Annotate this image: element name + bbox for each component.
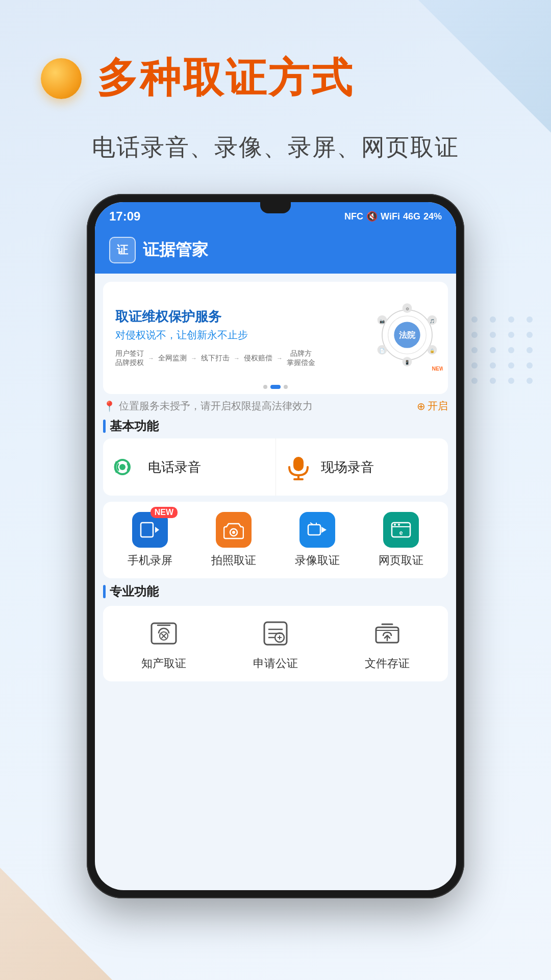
ip-evidence-button[interactable]: 知产取证	[141, 616, 186, 671]
svg-text:📷: 📷	[380, 318, 385, 324]
svg-text:🎵: 🎵	[430, 318, 435, 324]
mute-icon: 🔇	[366, 211, 378, 222]
grid-functions-container: NEW 手机录屏	[103, 502, 448, 578]
mic-recording-icon	[284, 453, 313, 481]
screen-record-button[interactable]: NEW 手机录屏	[128, 512, 172, 568]
banner-title-main: 取证维权保护服务	[115, 308, 354, 326]
file-storage-label: 文件存证	[365, 656, 410, 671]
status-icons: NFC 🔇 WiFi 46G 24%	[344, 211, 442, 222]
arrow-icon-2: →	[191, 355, 197, 362]
banner-illustration: 法院 📷 🎵 📄 🔒 ⚙ 📱 NEW	[371, 302, 443, 374]
svg-text:⚙: ⚙	[406, 307, 409, 311]
open-location-button[interactable]: ⊕ 开启	[417, 399, 448, 413]
banner-step-5: 品牌方掌握偿金	[287, 349, 315, 368]
open-label: 开启	[428, 399, 448, 413]
phone-wrapper: 17:09 NFC 🔇 WiFi 46G 24% 证 证据管家	[0, 194, 551, 898]
basic-functions-container: 电话录音 现场录音	[103, 438, 448, 496]
screen-content: 取证维权保护服务 对侵权说不，让创新永不止步 用户签订品牌授权 → 全网监测 →…	[95, 274, 456, 890]
webpage-evidence-label: 网页取证	[379, 553, 423, 568]
location-left: 📍 位置服务未授予，请开启权限提高法律效力	[103, 399, 313, 413]
photo-evidence-button[interactable]: 拍照取证	[211, 512, 256, 568]
svg-marker-23	[155, 527, 159, 533]
file-storage-button[interactable]: 文件存证	[365, 616, 410, 671]
banner[interactable]: 取证维权保护服务 对侵权说不，让创新永不止步 用户签订品牌授权 → 全网监测 →…	[103, 282, 448, 394]
app-logo: 证	[109, 237, 136, 263]
banner-step-4: 侵权赔偿	[244, 354, 272, 363]
arrow-icon-1: →	[148, 355, 154, 362]
svg-point-33	[398, 524, 400, 526]
arrow-icon-3: →	[234, 355, 240, 362]
svg-rect-19	[293, 457, 304, 471]
section-bar-icon	[103, 420, 106, 433]
banner-dots	[263, 385, 288, 389]
location-text: 位置服务未授予，请开启权限提高法律效力	[119, 399, 313, 413]
banner-title-sub: 对侵权说不，让创新永不止步	[115, 328, 354, 342]
photo-evidence-icon	[216, 512, 252, 548]
banner-steps: 用户签订品牌授权 → 全网监测 → 线下打击 → 侵权赔偿 → 品牌方掌握偿金	[115, 349, 354, 368]
svg-text:e: e	[399, 529, 403, 536]
svg-text:法院: 法院	[399, 330, 416, 339]
banner-dot-1	[263, 385, 267, 389]
pro-section-title: 专业功能	[103, 583, 448, 600]
main-title: 多种取证方式	[97, 51, 354, 106]
ip-evidence-icon	[146, 616, 181, 651]
notary-icon	[258, 616, 293, 651]
app-title: 证据管家	[143, 239, 208, 261]
open-icon: ⊕	[417, 400, 425, 412]
svg-text:NEW: NEW	[432, 365, 443, 372]
phone-notch	[260, 202, 291, 213]
wifi-icon: WiFi	[381, 211, 400, 222]
phone-mockup: 17:09 NFC 🔇 WiFi 46G 24% 证 证据管家	[87, 194, 464, 898]
nfc-icon: NFC	[344, 211, 363, 222]
phone-recording-label: 电话录音	[148, 458, 201, 476]
phone-recording-button[interactable]: 电话录音	[103, 438, 276, 496]
file-storage-icon	[370, 616, 405, 651]
video-evidence-icon	[299, 512, 335, 548]
webpage-evidence-button[interactable]: e 网页取证	[379, 512, 423, 568]
notary-button[interactable]: 申请公证	[253, 616, 298, 671]
gold-ball-icon	[41, 58, 82, 99]
banner-step-1: 用户签订品牌授权	[115, 349, 144, 368]
battery-icon: 24%	[423, 211, 442, 222]
bg-dots	[453, 316, 536, 384]
svg-text:📱: 📱	[405, 360, 410, 365]
banner-image: 法院 📷 🎵 📄 🔒 ⚙ 📱 NEW	[366, 292, 448, 384]
svg-rect-22	[141, 523, 153, 537]
banner-step-3: 线下打击	[201, 354, 230, 363]
banner-dot-2	[270, 385, 281, 389]
svg-marker-27	[321, 527, 327, 533]
section-bar-pro-icon	[103, 585, 106, 598]
banner-step-2: 全网监测	[158, 354, 187, 363]
screen-record-label: 手机录屏	[128, 553, 172, 568]
banner-content: 取证维权保护服务 对侵权说不，让创新永不止步 用户签订品牌授权 → 全网监测 →…	[103, 298, 366, 378]
basic-section-title: 基本功能	[103, 418, 448, 434]
signal-icon: 46G	[403, 211, 420, 222]
svg-point-25	[232, 531, 235, 534]
svg-text:🔒: 🔒	[430, 348, 435, 354]
video-evidence-button[interactable]: 录像取证	[295, 512, 340, 568]
webpage-evidence-icon: e	[383, 512, 419, 548]
location-bar: 📍 位置服务未授予，请开启权限提高法律效力 ⊕ 开启	[103, 399, 448, 413]
svg-point-18	[119, 464, 126, 470]
phone-screen: 17:09 NFC 🔇 WiFi 46G 24% 证 证据管家	[95, 202, 456, 890]
banner-dot-3	[284, 385, 288, 389]
mic-recording-label: 现场录音	[321, 458, 374, 476]
svg-point-32	[394, 524, 396, 526]
arrow-icon-4: →	[277, 355, 283, 362]
photo-evidence-label: 拍照取证	[211, 553, 256, 568]
mic-recording-button[interactable]: 现场录音	[276, 438, 448, 496]
pro-functions-container: 知产取证	[103, 606, 448, 681]
sub-title: 电话录音、录像、录屏、网页取证	[0, 127, 551, 194]
video-evidence-label: 录像取证	[295, 553, 340, 568]
new-badge: NEW	[151, 507, 178, 518]
notary-label: 申请公证	[253, 656, 298, 671]
svg-rect-26	[308, 525, 320, 535]
location-icon: 📍	[103, 400, 116, 412]
phone-recording-icon	[111, 453, 140, 481]
svg-text:📄: 📄	[380, 348, 385, 354]
ip-evidence-label: 知产取证	[141, 656, 186, 671]
app-header: 证 证据管家	[95, 231, 456, 274]
status-time: 17:09	[109, 209, 140, 224]
